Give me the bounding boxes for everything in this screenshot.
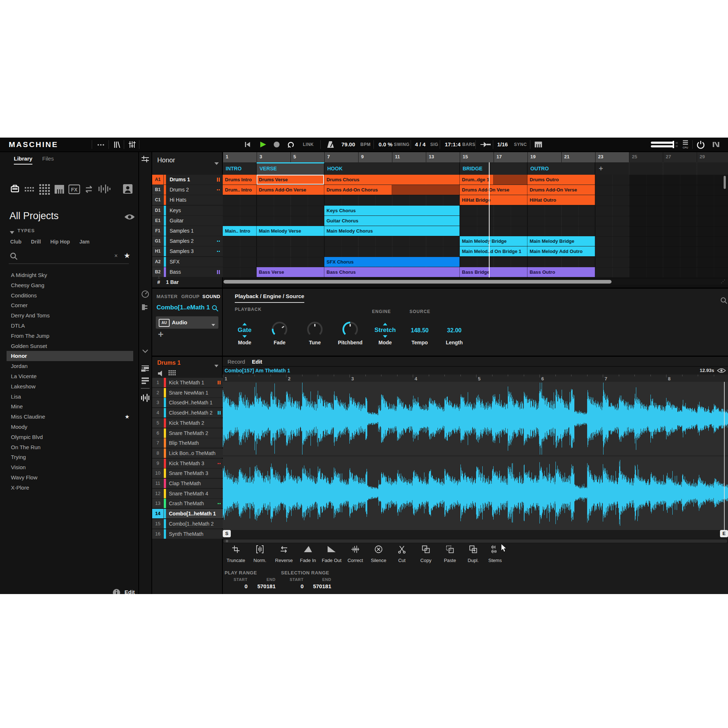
automation-icon[interactable] [141, 290, 150, 300]
arranger-hscroll-thumb[interactable] [223, 280, 612, 284]
type-tag-jam[interactable]: Jam [80, 239, 90, 245]
reverse-button[interactable]: Reverse [272, 544, 295, 563]
project-item[interactable]: Vision [6, 462, 133, 473]
pad-row-13[interactable]: 13Crash TheMath [152, 499, 223, 508]
metronome-icon[interactable] [326, 140, 336, 151]
gate-down-arrow-icon[interactable] [242, 335, 247, 338]
types-section-label[interactable]: TYPES [17, 228, 35, 233]
clip[interactable]: HiHat Bridge [460, 195, 528, 205]
pad-row-15[interactable]: 15Combo[1..heMath 2 [152, 519, 223, 529]
playhead[interactable] [489, 162, 489, 277]
types-collapse-icon[interactable] [9, 229, 15, 236]
gate-mode-value[interactable]: Gate [238, 327, 252, 334]
track-row-g1[interactable]: G1Samples 2 [152, 236, 223, 246]
pad-row-8[interactable]: 8Lick Bon..o TheMath [152, 448, 223, 458]
pad-row-1[interactable]: 1Kick TheMath 1 [152, 378, 223, 387]
resize-grip-icon[interactable]: ⋰ [721, 279, 725, 284]
source-length-value[interactable]: 32.00 [447, 327, 462, 334]
master-volume-slider[interactable] [651, 141, 679, 150]
step-grid-value[interactable]: 1/16 [497, 141, 508, 147]
clip[interactable]: Keys Chorus [324, 206, 460, 216]
project-item[interactable]: DTLA [6, 321, 133, 331]
clip[interactable]: Drum.. Intro [223, 185, 257, 195]
clip[interactable]: Guitar Chorus [324, 216, 460, 226]
time-signature-value[interactable]: 4 / 4 [415, 141, 425, 147]
arranger-view-icon[interactable] [141, 364, 150, 374]
track-row-b1[interactable]: B1Drums 2 [152, 185, 223, 195]
more-options-icon[interactable] [96, 140, 106, 151]
follow-icon[interactable] [480, 140, 491, 151]
pad-row-10[interactable]: 10Snare TheMath 3 [152, 468, 223, 478]
tab-group[interactable]: GROUP [181, 294, 199, 299]
pad-row-9[interactable]: 9Kick TheMath 3 [152, 459, 223, 468]
timeline-cell[interactable]: 5 [291, 152, 324, 162]
inspector-section-title[interactable]: Playback / Engine / Source [235, 293, 304, 303]
project-item[interactable]: Lakeshow [6, 381, 133, 392]
timeline-cell[interactable]: 23 [595, 152, 629, 162]
truncate-button[interactable]: Truncate [224, 544, 248, 563]
clip[interactable]: Bass Chorus [324, 267, 460, 277]
clip[interactable]: Drums Chorus [324, 175, 460, 185]
inspector-collapse-chevron-icon[interactable] [142, 349, 149, 355]
track-row-c1[interactable]: C1Hi Hats [152, 195, 223, 205]
plugin-slot[interactable]: AU Audio [156, 316, 219, 329]
timeline-cell[interactable]: 27 [663, 152, 697, 162]
audition-speaker-icon[interactable] [157, 370, 165, 379]
swing-value[interactable]: 0.0 % [379, 141, 392, 147]
track-row-d1[interactable]: D1Keys [152, 206, 223, 216]
play-icon[interactable] [258, 140, 267, 151]
project-item[interactable]: Derry And Toms [6, 310, 133, 321]
project-item[interactable]: Moody [6, 422, 133, 432]
clear-search-icon[interactable]: × [114, 252, 118, 259]
clip[interactable]: Drums Outro [528, 175, 595, 185]
add-plugin-button[interactable]: + [158, 329, 164, 339]
timeline-cell[interactable]: 9 [358, 152, 392, 162]
project-item[interactable]: Jordan [6, 361, 133, 371]
fade-in-button[interactable]: Fade In [296, 544, 320, 563]
scene-intro[interactable]: INTRO [223, 162, 257, 175]
keyboard-icon[interactable] [534, 140, 544, 151]
arranger-vscroll-thumb[interactable] [723, 176, 726, 189]
sounds-icon[interactable] [38, 184, 50, 197]
project-item[interactable]: Cheesy Gang [6, 280, 133, 291]
link-toggle[interactable]: LINK [303, 142, 314, 147]
projects-icon[interactable] [9, 184, 20, 196]
pad-grid-icon[interactable] [168, 370, 176, 379]
arranger-hscroll-track[interactable]: ⋰ [223, 279, 728, 284]
waveform-ruler[interactable]: 12345678 [223, 375, 728, 382]
favorites-filter-icon[interactable]: ★ [124, 251, 130, 260]
engine-mode-value[interactable]: Stretch [375, 327, 396, 334]
project-item[interactable]: On The Run [6, 442, 133, 453]
track-row-a2[interactable]: A2SFX [152, 257, 223, 267]
instruments-icon[interactable] [54, 184, 65, 196]
editor-group-name[interactable]: Drums 1 [157, 359, 180, 366]
search-input[interactable] [22, 252, 109, 261]
project-item[interactable]: X-Plore [6, 483, 133, 493]
waveform-display[interactable] [223, 382, 728, 530]
tab-library[interactable]: Library [14, 155, 32, 165]
pad-row-4[interactable]: 4ClosedH..heMath 2 [152, 408, 223, 418]
clip[interactable]: Drums Add-On Verse [257, 185, 324, 195]
timeline-cell[interactable]: 3 [257, 152, 291, 162]
user-content-icon[interactable] [122, 184, 133, 196]
clip[interactable]: Bass Bridge [460, 267, 528, 277]
arranger-group-name[interactable]: Honor [157, 156, 175, 164]
track-row-b2[interactable]: B2Bass [152, 267, 223, 277]
pad-row-2[interactable]: 2Snare NewMan 1 [152, 388, 223, 398]
tab-record[interactable]: Record [228, 359, 245, 365]
dupl--button[interactable]: Dupl. [462, 544, 485, 563]
info-icon[interactable] [112, 588, 121, 594]
tab-master[interactable]: MASTER [156, 294, 177, 299]
timeline-cell[interactable]: 15 [460, 152, 494, 162]
eye-icon[interactable] [124, 213, 135, 223]
fade-knob[interactable] [271, 321, 288, 340]
sync-label[interactable]: SYNC [514, 142, 527, 147]
clip[interactable]: Bass Outro [528, 267, 595, 277]
source-tempo-value[interactable]: 148.50 [411, 327, 429, 334]
scene-bridge[interactable]: BRIDGE [460, 162, 528, 175]
clip[interactable]: Drums Verse [257, 175, 324, 185]
group-header[interactable]: Honor [152, 152, 223, 175]
timeline-cell[interactable]: 21 [561, 152, 595, 162]
sample-name[interactable]: Combo[157] Am TheMath 1 [225, 368, 290, 373]
type-tag-club[interactable]: Club [10, 239, 21, 245]
